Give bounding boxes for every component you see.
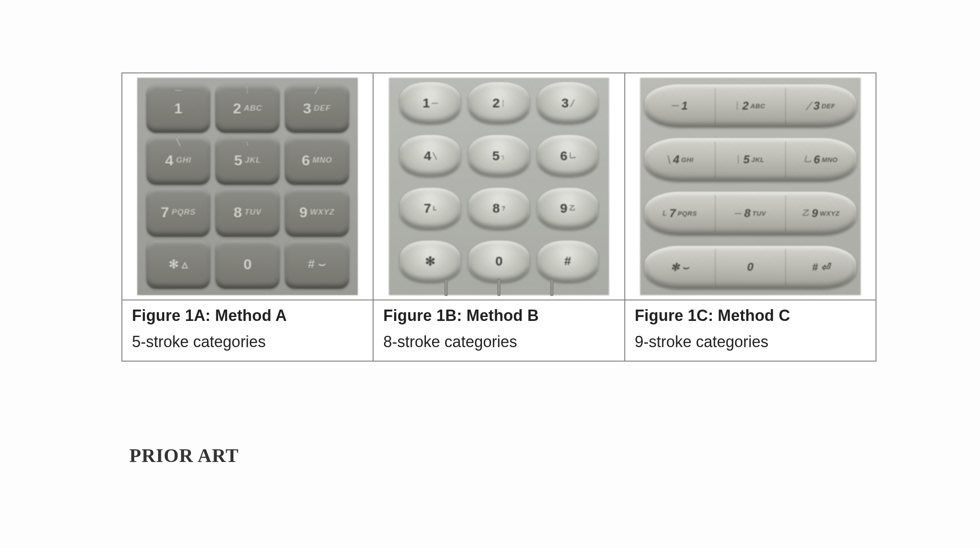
keypad-c-key: # ⏎ xyxy=(786,246,856,289)
keypad-a-key: 0 xyxy=(215,240,280,289)
keypad-method-b: 1—2│3╱4╲5┐6乚7L8?9乙✻0# xyxy=(389,78,609,295)
keypad-a-key: # ⌣ xyxy=(285,240,349,289)
figure-1a-subtitle: 5-stroke categories xyxy=(132,333,363,351)
keypad-a-key: 9WXYZ xyxy=(285,188,349,237)
keypad-c-key: ✻ ⌣ xyxy=(644,246,715,289)
figure-1b-title: Figure 1B: Method B xyxy=(383,307,614,325)
keypad-a-key: 6MNO xyxy=(285,136,349,185)
figure-1c-subtitle: 9-stroke categories xyxy=(635,333,866,351)
keypad-b-key: 5┐ xyxy=(468,135,529,176)
keypad-b-key: 1— xyxy=(400,82,461,124)
keypad-method-a: —1│2ABC╱3DEF╲4GHI┐5JKL6MNO7PQRS8TUV9WXYZ… xyxy=(137,78,358,295)
keypad-b-key: 6乚 xyxy=(537,135,598,176)
keypad-a-key: ✻ ▵ xyxy=(146,240,211,289)
keypad-c-row: ╲4GHI│5JKL乚6MNO xyxy=(644,138,856,181)
figure-1c-image-cell: —1│2ABC╱3DEF╲4GHI│5JKL乚6MNOL7PQRS—8TUV乙9… xyxy=(625,73,876,300)
keypad-c-key: │5JKL xyxy=(715,138,786,181)
keypad-a-key: ╲4GHI xyxy=(146,136,211,185)
figure-1c-caption-cell: Figure 1C: Method C 9-stroke categories xyxy=(625,300,876,361)
keypad-b-key: 8? xyxy=(468,188,529,229)
keypad-a-key: —1 xyxy=(146,84,211,133)
keypad-a-key: ╱3DEF xyxy=(285,84,349,133)
figure-1b-image-cell: 1—2│3╱4╲5┐6乚7L8?9乙✻0# xyxy=(373,73,624,300)
figure-1a-image-cell: —1│2ABC╱3DEF╲4GHI┐5JKL6MNO7PQRS8TUV9WXYZ… xyxy=(122,73,373,300)
keypad-a-key: 7PQRS xyxy=(146,188,211,237)
figure-1c-title: Figure 1C: Method C xyxy=(635,307,866,325)
keypad-b-key: 0 xyxy=(468,241,529,282)
keypad-c-row: L7PQRS—8TUV乙9WXYZ xyxy=(644,192,856,234)
keypad-a-key: 8TUV xyxy=(215,188,280,237)
figure-1a-title: Figure 1A: Method A xyxy=(132,307,363,325)
keypad-c-row: ✻ ⌣0# ⏎ xyxy=(644,246,856,289)
keypad-a-key: │2ABC xyxy=(215,84,280,133)
prior-art-label: PRIOR ART xyxy=(129,445,239,467)
keypad-c-key: 乙9WXYZ xyxy=(786,192,856,234)
keypad-c-key: —1 xyxy=(644,84,715,127)
figure-1b-subtitle: 8-stroke categories xyxy=(383,333,614,351)
keypad-b-key: 4╲ xyxy=(400,135,461,176)
figure-comparison-table: —1│2ABC╱3DEF╲4GHI┐5JKL6MNO7PQRS8TUV9WXYZ… xyxy=(121,72,876,362)
keypad-c-key: L7PQRS xyxy=(644,192,715,234)
keypad-b-key: 7L xyxy=(400,188,461,229)
keypad-c-key: ╱3DEF xyxy=(786,84,856,127)
figure-1b-caption-cell: Figure 1B: Method B 8-stroke categories xyxy=(373,300,624,361)
keypad-c-key: ╲4GHI xyxy=(644,138,715,181)
keypad-c-key: 0 xyxy=(715,246,786,289)
keypad-b-key: 9乙 xyxy=(537,188,598,229)
keypad-b-key: ✻ xyxy=(400,241,461,282)
keypad-c-row: —1│2ABC╱3DEF xyxy=(644,84,856,127)
keypad-c-key: 乚6MNO xyxy=(786,138,856,181)
keypad-b-key: 2│ xyxy=(468,82,529,124)
keypad-b-key: # xyxy=(537,241,598,282)
keypad-method-c: —1│2ABC╱3DEF╲4GHI│5JKL乚6MNOL7PQRS—8TUV乙9… xyxy=(640,78,861,295)
keypad-b-key: 3╱ xyxy=(537,82,598,124)
figure-1a-caption-cell: Figure 1A: Method A 5-stroke categories xyxy=(122,300,373,361)
keypad-c-key: │2ABC xyxy=(715,84,786,127)
keypad-a-key: ┐5JKL xyxy=(215,136,280,185)
keypad-c-key: —8TUV xyxy=(715,192,786,234)
